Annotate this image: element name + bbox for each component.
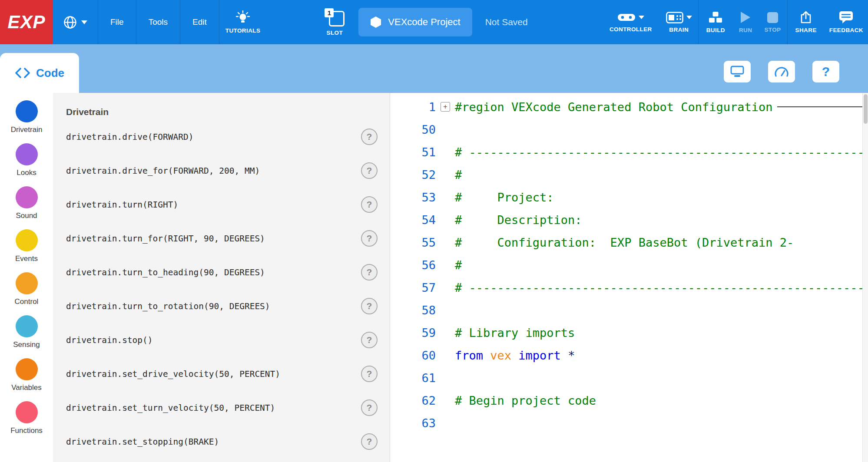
code-line[interactable]: 60 from vex import * (390, 344, 868, 366)
line-number: 52 (390, 168, 436, 182)
feedback-button[interactable]: FEEDBACK (825, 0, 868, 44)
share-button[interactable]: SHARE (788, 0, 825, 44)
code-line[interactable]: 50 (390, 118, 868, 141)
chevron-down-icon (639, 16, 644, 19)
palette-category-sound[interactable]: Sound (0, 182, 53, 224)
feedback-icon (839, 11, 853, 24)
dashboard-button[interactable] (768, 61, 795, 82)
command-item[interactable]: drivetrain.set_stopping(BRAKE) ? (53, 425, 390, 459)
palette-category-looks[interactable]: Looks (0, 139, 53, 182)
command-help-button[interactable]: ? (361, 264, 378, 280)
palette-category-drivetrain[interactable]: Drivetrain (0, 96, 53, 139)
code-line[interactable]: 61 (390, 366, 868, 389)
code-line[interactable]: 59 # Library imports (390, 321, 868, 344)
tab-code[interactable]: Code (0, 53, 79, 93)
line-number: 58 (390, 304, 436, 317)
help-button[interactable]: ? (812, 61, 839, 82)
slot-button[interactable]: 1 SLOT (325, 0, 345, 44)
code-line[interactable]: 53 # Project: (390, 186, 868, 208)
editor-scrollbar[interactable] (862, 93, 868, 462)
project-name-button[interactable]: VEXcode Project (358, 8, 472, 36)
devices-button[interactable] (724, 61, 751, 82)
line-code-text: # (455, 258, 462, 272)
command-help-button[interactable]: ? (361, 399, 378, 416)
code-line[interactable]: 52 # (390, 163, 868, 186)
line-code-text: # Library imports (455, 326, 575, 340)
top-menu-bar: EXP File Tools Edit (0, 0, 868, 44)
line-number: 53 (390, 191, 436, 204)
project-name-label: VEXcode Project (388, 16, 460, 28)
code-line[interactable]: 58 (390, 299, 868, 321)
command-item[interactable]: drivetrain.turn_to_rotation(90, DEGREES)… (53, 289, 390, 323)
hexagon-icon (370, 16, 381, 28)
command-help-button[interactable]: ? (361, 230, 378, 247)
command-help-button[interactable]: ? (361, 196, 378, 213)
language-menu[interactable] (53, 0, 98, 44)
main-content: Drivetrain Looks Sound Events Control Se… (0, 93, 868, 462)
command-help-button[interactable]: ? (361, 332, 378, 348)
palette-category-variables[interactable]: Variables (0, 353, 53, 396)
expand-region-icon[interactable]: + (441, 102, 450, 112)
chevron-down-icon (686, 16, 692, 19)
brain-icon (666, 12, 683, 23)
stop-icon (767, 12, 779, 23)
line-number: 63 (390, 416, 436, 430)
code-line[interactable]: 54 # Description: (390, 208, 868, 231)
code-line[interactable]: 63 (390, 412, 868, 434)
line-number: 50 (390, 123, 436, 136)
category-label: Drivetrain (11, 125, 43, 134)
tutorials-button[interactable]: TUTORIALS (225, 0, 261, 44)
feedback-label: FEEDBACK (829, 27, 863, 33)
command-text: drivetrain.drive_for(FORWARD, 200, MM) (66, 166, 361, 176)
command-panel: Drivetrain drivetrain.drive(FORWARD) ? d… (53, 93, 390, 462)
category-label: Control (15, 297, 39, 306)
controller-label: CONTROLLER (610, 26, 652, 33)
command-text: drivetrain.turn(RIGHT) (66, 200, 361, 210)
palette-category-functions[interactable]: Functions (0, 396, 53, 439)
command-item[interactable]: drivetrain.stop() ? (53, 323, 390, 357)
command-help-button[interactable]: ? (361, 433, 378, 450)
command-help-button[interactable]: ? (361, 298, 378, 314)
palette-category-events[interactable]: Events (0, 224, 53, 267)
command-item[interactable]: drivetrain.turn_for(RIGHT, 90, DEGREES) … (53, 221, 390, 255)
category-circle-icon (16, 229, 38, 251)
command-item[interactable]: drivetrain.turn_to_heading(90, DEGREES) … (53, 255, 390, 289)
code-line[interactable]: 57 # -----------------------------------… (390, 276, 868, 299)
line-number: 61 (390, 371, 436, 385)
code-editor[interactable]: 1 + #region VEXcode Generated Robot Conf… (390, 93, 868, 462)
line-number: 57 (390, 281, 436, 294)
code-line[interactable]: 62 # Begin project code (390, 389, 868, 412)
code-line[interactable]: 1 + #region VEXcode Generated Robot Conf… (390, 96, 868, 118)
command-item[interactable]: drivetrain.set_turn_velocity(50, PERCENT… (53, 391, 390, 425)
menu-tools[interactable]: Tools (136, 0, 180, 44)
palette-category-control[interactable]: Control (0, 267, 53, 310)
build-button[interactable]: BUILD (699, 0, 733, 44)
command-help-button[interactable]: ? (361, 162, 378, 179)
category-circle-icon (16, 143, 38, 165)
slot-icon: 1 (325, 8, 345, 26)
line-number: 55 (390, 236, 436, 249)
brain-button[interactable]: BRAIN (660, 0, 698, 44)
stop-button[interactable]: STOP (758, 0, 787, 44)
menu-edit[interactable]: Edit (180, 0, 219, 44)
line-number: 56 (390, 258, 436, 272)
command-item[interactable]: drivetrain.drive_for(FORWARD, 200, MM) ? (53, 154, 390, 188)
collapsed-region-line (777, 106, 868, 107)
scrollbar-thumb[interactable] (864, 94, 868, 124)
category-circle-icon (16, 358, 38, 380)
menu-file[interactable]: File (98, 0, 136, 44)
palette-category-sensing[interactable]: Sensing (0, 310, 53, 353)
command-item[interactable]: drivetrain.drive(FORWARD) ? (53, 120, 390, 154)
code-line[interactable]: 56 # (390, 254, 868, 276)
chevron-down-icon (81, 20, 87, 24)
command-item[interactable]: drivetrain.set_drive_velocity(50, PERCEN… (53, 357, 390, 391)
code-line[interactable]: 51 # -----------------------------------… (390, 141, 868, 163)
command-help-button[interactable]: ? (361, 129, 378, 145)
command-help-button[interactable]: ? (361, 366, 378, 382)
code-line[interactable]: 55 # Configuration: EXP BaseBot (Drivetr… (390, 231, 868, 254)
run-button[interactable]: RUN (733, 0, 758, 44)
divider (219, 0, 219, 44)
command-item[interactable]: drivetrain.turn(RIGHT) ? (53, 188, 390, 221)
controller-button[interactable]: CONTROLLER (602, 0, 660, 44)
category-label: Sensing (13, 340, 40, 349)
